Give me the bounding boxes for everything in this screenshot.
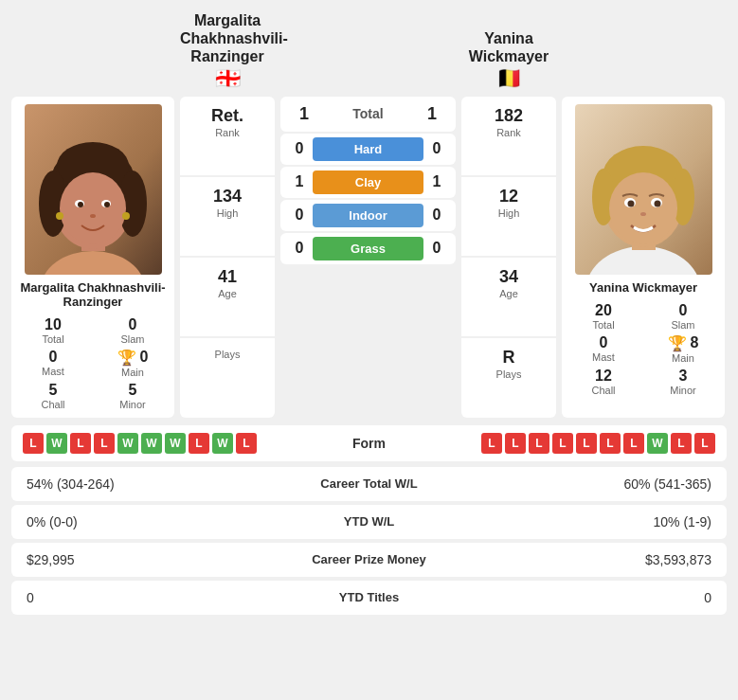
form-badge-left: W [117,433,138,454]
svg-point-13 [90,214,96,218]
left-age-lbl: Age [186,288,269,299]
right-mast-lbl: Mast [592,351,615,363]
hard-left-score: 0 [286,140,313,157]
left-plays-lbl: Plays [186,349,269,360]
stats-row-3: 0 YTD Titles 0 [11,581,727,615]
form-badge-left: W [165,433,186,454]
left-rank-lbl: Rank [186,127,269,138]
right-plays-lbl: Plays [467,368,550,380]
form-badge-right: L [529,433,549,454]
left-mast-stat: 0 Mast [19,349,87,378]
right-high-lbl: High [467,207,550,219]
stats-right-0: 60% (541-365) [455,476,712,492]
form-badge-right: L [552,433,573,454]
form-badge-left: L [70,433,91,454]
stats-left-1: 0% (0-0) [27,514,284,529]
left-rank-val: Ret. [186,106,269,126]
indoor-btn[interactable]: Indoor [313,204,423,227]
form-badge-left: L [236,433,257,454]
left-high-box: 134 High [180,177,275,256]
left-rank-box: Ret. Rank [180,97,275,175]
stats-row-1: 0% (0-0) YTD W/L 10% (1-9) [11,505,727,539]
form-badge-right: L [623,433,644,454]
form-label: Form [322,436,417,451]
indoor-right-score: 0 [423,206,450,224]
left-main-stat: 🏆 0 Main [99,349,167,378]
left-minor-stat: 5 Minor [99,382,167,410]
grass-right-score: 0 [423,240,450,257]
right-plays-val: R [467,348,550,368]
form-badge-right: L [671,433,692,454]
hard-btn[interactable]: Hard [313,137,423,161]
stats-right-1: 10% (1-9) [455,514,712,529]
right-player-photo [575,104,712,275]
svg-point-27 [654,200,660,206]
form-badge-right: L [481,433,502,454]
right-slam-lbl: Slam [671,319,694,331]
left-age-val: 41 [186,267,269,287]
trophy-icon-left: 🏆 [117,349,136,367]
clay-right-score: 1 [423,173,450,190]
match-layout: Margalita Chakhnashvili-Ranzinger 10 Tot… [11,97,727,418]
clay-btn[interactable]: Clay [313,171,423,194]
center-surfaces: 1 Total 1 0 Hard 0 1 Clay 1 0 Indoor 0 [280,97,456,418]
total-left-score: 1 [290,104,318,124]
right-mast-val: 0 [600,334,608,351]
right-center-stats: 182 Rank 12 High 34 Age R Plays [461,97,556,418]
left-main-lbl: Main [121,367,144,378]
right-minor-val: 3 [679,368,688,385]
grass-left-score: 0 [286,240,313,257]
right-main-val: 🏆 8 [668,334,699,352]
form-badge-right: L [600,433,621,454]
left-chall-lbl: Chall [41,399,64,410]
left-player-stats: 10 Total 0 Slam 0 Mast 🏆 0 Main [19,316,167,410]
right-player-name-card: Yanina Wickmayer [589,280,697,295]
right-rank-lbl: Rank [467,127,550,138]
right-form-badges: LLLLLLLWLL [421,433,716,454]
stats-left-2: $29,995 [27,552,284,567]
left-center-stats: Ret. Rank 134 High 41 Age Plays [180,97,275,418]
right-high-box: 12 High [461,177,556,256]
stats-center-0: Career Total W/L [284,476,455,491]
stats-left-3: 0 [27,590,284,605]
form-badge-right: L [694,433,715,454]
left-mast-lbl: Mast [42,366,64,377]
hard-right-score: 0 [423,140,450,157]
indoor-left-score: 0 [286,206,313,224]
svg-point-26 [627,200,634,206]
form-row: LWLLWWWLWL Form LLLLLLLWLL [11,425,727,461]
right-minor-stat: 3 Minor [649,368,717,396]
right-main-lbl: Main [672,352,694,364]
stats-row-2: $29,995 Career Prize Money $3,593,873 [11,543,727,577]
total-row: 1 Total 1 [280,97,456,132]
stats-left-0: 54% (304-264) [27,476,284,492]
grass-btn[interactable]: Grass [313,237,423,260]
right-chall-stat: 12 Chall [569,368,638,396]
clay-left-score: 1 [286,173,313,190]
stats-center-3: YTD Titles [284,590,455,604]
svg-point-23 [609,172,677,244]
form-badge-left: W [212,433,233,454]
right-age-box: 34 Age [461,258,556,336]
stats-row-0: 54% (304-264) Career Total W/L 60% (541-… [11,467,727,501]
left-minor-val: 5 [129,382,137,399]
right-player-name: Yanina Wickmayer [461,29,556,65]
form-badge-left: L [94,433,115,454]
right-age-lbl: Age [467,288,550,299]
form-badge-right: L [505,433,526,454]
left-chall-stat: 5 Chall [19,382,87,410]
right-plays-box: R Plays [461,338,556,417]
left-slam-lbl: Slam [120,333,144,345]
svg-point-8 [60,172,126,244]
left-slam-val: 0 [129,316,137,333]
stats-center-2: Career Prize Money [284,552,455,566]
form-badge-right: L [576,433,597,454]
left-total-stat: 10 Total [19,316,87,345]
form-badge-left: L [189,433,209,454]
left-player-flag: 🇬🇪 [180,66,275,91]
svg-point-14 [56,212,63,220]
right-chall-val: 12 [595,368,612,385]
form-badge-left: L [23,433,44,454]
left-minor-lbl: Minor [119,399,146,410]
left-high-val: 134 [186,187,269,206]
